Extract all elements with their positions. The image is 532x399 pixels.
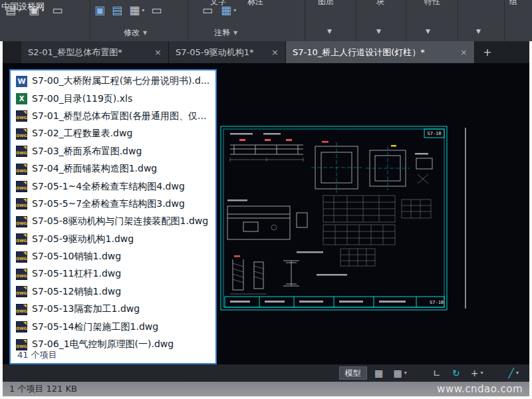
tab-s2-01[interactable]: S2-01_桥型总体布置图* × <box>21 41 169 63</box>
dwg-file-icon: DWG <box>16 164 27 175</box>
file-name: S7-00_大桥附属工程(第七分册说明书).d... <box>32 75 209 87</box>
file-list-item[interactable]: DWG S7-05-8驱动机构与门架连接装配图1.dwg <box>12 213 214 230</box>
panel-annotate[interactable]: 注释 ▼ <box>214 27 237 39</box>
file-name: S7-05-9驱动机构1.dwg <box>32 233 134 245</box>
dropdown-icon: ▾ <box>233 8 236 13</box>
svg-text:S7-10: S7-10 <box>427 131 441 136</box>
mirror-icon: ▤ <box>112 5 122 16</box>
file-list-item[interactable]: DWG S7-05-9驱动机构1.dwg <box>12 231 214 248</box>
text-button[interactable]: ▭ <box>202 5 213 16</box>
file-name: S7-05-5~7全桥检查车结构图3.dwg <box>32 198 185 210</box>
file-list-item[interactable]: W S7-00_大桥附属工程(第七分册说明书).d... <box>12 72 214 90</box>
panel-modify[interactable]: 修改 ▼ <box>124 27 147 39</box>
dropdown-icon: ▾ <box>516 370 519 376</box>
ribbon-cut-label: 块 <box>376 0 384 7</box>
item-count: 41 个项目 <box>17 349 57 361</box>
tab-label: S7-10_桥上人行道设计图(灯柱）* <box>293 47 425 59</box>
dwg-file-icon: DWG <box>16 198 27 209</box>
lineweight-button[interactable]: ╱ ▾ <box>506 368 521 378</box>
file-name: S7-04_桥面铺装构造图1.dwg <box>32 163 157 175</box>
file-name: S7-05-1~4全桥检查车结构图4.dwg <box>32 181 185 193</box>
file-list-item[interactable]: DWG S7-05-12销轴1.dwg <box>12 283 214 301</box>
annotate-tools: ▭ ▦ ▾ <box>202 5 236 16</box>
window-border-bottom <box>0 396 532 399</box>
file-list-item[interactable]: DWG S7-05-1~4全桥检查车结构图4.dwg <box>12 178 214 195</box>
file-list-panel: W S7-00_大桥附属工程(第七分册说明书).d... X S7-00_目录(… <box>9 69 217 364</box>
ortho-mode-icon[interactable]: ∟ <box>430 368 444 378</box>
dwg-file-icon: DWG <box>16 128 27 140</box>
model-tab-button[interactable]: 模型 <box>339 366 367 380</box>
site-watermark-top: 中国设桥网 <box>1 1 45 13</box>
file-list-item[interactable]: DWG S7-04_桥面铺装构造图1.dwg <box>12 160 214 178</box>
dwg-file-icon: DWG <box>16 304 27 315</box>
close-icon[interactable]: × <box>271 47 279 57</box>
clipboard-button[interactable]: ▭ <box>52 5 63 16</box>
array-button[interactable]: ▦ ▾ <box>129 5 144 16</box>
panel-layers-dropdown[interactable]: ▼ <box>327 28 332 35</box>
panel-separator <box>504 0 505 41</box>
panel-separator <box>458 0 458 41</box>
file-list-item[interactable]: DWG S7-05-5~7全桥检查车结构图3.dwg <box>12 196 214 213</box>
panel-separator <box>406 0 406 41</box>
table-button[interactable]: ▦ ▾ <box>221 5 236 16</box>
ribbon: 文字 标注 图层 块 特性 组 ▤ ▾ ▣ ▾ ▭ ▣ <box>0 0 532 42</box>
tab-label: S7-05-9驱动机构1* <box>176 47 254 59</box>
dropdown-icon: ▾ <box>404 370 407 376</box>
tab-s7-10-active[interactable]: S7-10_桥上人行道设计图(灯柱）* × <box>286 41 475 63</box>
file-list-item[interactable]: X S7-00_目录(119页).xls <box>12 90 214 107</box>
dwg-file-icon: DWG <box>16 216 27 227</box>
close-icon[interactable]: × <box>154 47 162 57</box>
dwg-file-icon: DWG <box>16 286 27 297</box>
word-file-icon: W <box>16 76 27 87</box>
object-snap-button[interactable]: + ▾ <box>468 368 486 378</box>
file-name: S7-00_目录(119页).xls <box>32 93 132 105</box>
dropdown-icon: ▾ <box>481 370 483 376</box>
modify-tools: ▣ ▤ ▦ ▾ ▭ <box>94 5 162 16</box>
file-name: S7-01_桥型总体布置图(各册通用图、仅... <box>32 110 206 122</box>
dropdown-icon: ▼ <box>143 31 147 36</box>
copy-icon: ▣ <box>94 5 105 16</box>
file-list-item[interactable]: DWG S7-05-10销轴1.dwg <box>12 248 214 265</box>
array-icon: ▦ <box>129 5 140 16</box>
panel-separator <box>305 0 305 41</box>
panel-properties-dropdown[interactable]: ▼ <box>426 28 430 35</box>
close-icon[interactable]: × <box>460 47 467 57</box>
file-list-item[interactable]: DWG S7-05-14检门架施工图1.dwg <box>12 318 214 335</box>
isodraft-icon[interactable]: ↻ <box>449 368 464 378</box>
file-name: S7-05-13隔套加工1.dwg <box>32 303 140 315</box>
offset-button[interactable]: ▭ <box>151 5 162 16</box>
file-list-item[interactable]: DWG S7-05-13隔套加工1.dwg <box>12 301 214 318</box>
new-tab-button[interactable]: + <box>479 41 496 63</box>
snap-mode-button[interactable]: ▦ ▾ <box>391 368 410 378</box>
file-list-item[interactable]: DWG S7-05-11杠杆1.dwg <box>12 265 214 283</box>
panel-block-dropdown[interactable]: ▼ <box>376 28 381 35</box>
file-list-item[interactable]: DWG S7-02_工程数量表.dwg <box>12 125 214 142</box>
panel-modify-label: 修改 <box>124 27 140 39</box>
clipboard-icon: ▭ <box>52 5 63 16</box>
ribbon-cut-label: 组 <box>509 0 517 7</box>
file-list-item[interactable]: DWG S7-03_桥面系布置图.dwg <box>12 143 214 160</box>
explorer-status-strip: 1 个项目 121 KB www.cndao.com <box>3 382 529 396</box>
mirror-button[interactable]: ▤ <box>112 5 122 16</box>
excel-file-icon: X <box>16 93 27 104</box>
tab-s7-05-9[interactable]: S7-05-9驱动机构1* × <box>169 41 286 63</box>
copy-button[interactable]: ▣ <box>94 5 105 16</box>
panel-groups-dropdown[interactable]: ▼ <box>476 28 481 35</box>
file-name: S7-02_工程数量表.dwg <box>32 128 132 140</box>
ribbon-cut-label: 特性 <box>424 0 440 7</box>
dwg-file-icon: DWG <box>16 146 27 157</box>
add-icon: + <box>483 46 491 59</box>
file-tabs: S2-01_桥型总体布置图* × S7-05-9驱动机构1* × S7-10_桥… <box>0 41 532 63</box>
file-name: S7-03_桥面系布置图.dwg <box>32 146 142 158</box>
offset-icon: ▭ <box>151 5 162 16</box>
grid-display-icon[interactable]: ▦ <box>372 368 386 378</box>
file-list: W S7-00_大桥附属工程(第七分册说明书).d... X S7-00_目录(… <box>12 72 214 353</box>
dwg-file-icon: DWG <box>16 321 27 332</box>
tab-label: S2-01_桥型总体布置图* <box>28 47 122 59</box>
dwg-file-icon: DWG <box>16 339 27 350</box>
file-list-item[interactable]: DWG S7-01_桥型总体布置图(各册通用图、仅... <box>12 108 214 125</box>
dropdown-icon: ▾ <box>142 8 144 13</box>
snap-grid-icon: ▦ <box>394 368 402 378</box>
status-bar: 模型 ▦ ▦ ▾ ∟ ↻ + ▾ ╱ ▾ <box>3 364 529 382</box>
table-icon: ▦ <box>221 5 231 16</box>
